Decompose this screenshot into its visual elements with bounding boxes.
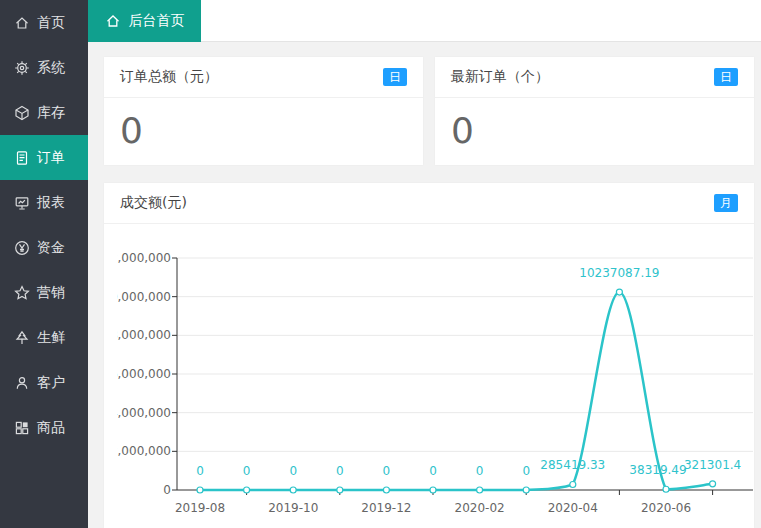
svg-text:0: 0 [196,464,204,478]
report-icon [13,194,30,211]
sidebar-item-label: 订单 [37,149,65,167]
order-total-title: 订单总额（元） [120,68,218,86]
svg-text:0: 0 [336,464,344,478]
sidebar-item-label: 客户 [37,374,65,392]
svg-text:285419.33: 285419.33 [540,458,605,472]
svg-text:2019-12: 2019-12 [361,501,411,515]
sidebar-item-customers[interactable]: 客户 [0,360,88,405]
tree-icon [13,329,30,346]
home-icon [13,14,30,31]
svg-text:8,000,000: 8,000,000 [117,328,171,342]
svg-text:4,000,000: 4,000,000 [117,406,171,420]
sidebar-item-funds[interactable]: 资金 [0,225,88,270]
sidebar-item-fresh[interactable]: 生鲜 [0,315,88,360]
tab-bar: 后台首页 [88,0,761,42]
sidebar-item-marketing[interactable]: 营销 [0,270,88,315]
tab-backend-home[interactable]: 后台首页 [88,0,201,42]
transactions-title: 成交额(元) [120,194,187,212]
sidebar-item-label: 生鲜 [37,329,65,347]
yen-icon [13,239,30,256]
svg-text:2,000,000: 2,000,000 [117,444,171,458]
latest-orders-card: 最新订单（个） 日 0 [435,57,754,165]
sidebar-item-label: 营销 [37,284,65,302]
svg-text:2020-04: 2020-04 [548,501,598,515]
sidebar-item-label: 系统 [37,59,65,77]
sidebar-item-label: 商品 [37,419,65,437]
svg-text:10237087.19: 10237087.19 [579,266,659,280]
svg-text:0: 0 [289,464,297,478]
svg-text:0: 0 [243,464,251,478]
sidebar-item-label: 报表 [37,194,65,212]
tab-label: 后台首页 [129,12,185,30]
gear-icon [13,59,30,76]
latest-orders-title: 最新订单（个） [451,68,549,86]
transactions-card: 成交额(元) 月 02,000,0004,000,0006,000,0008,0… [104,183,754,528]
sidebar-item-label: 资金 [37,239,65,257]
svg-text:2020-02: 2020-02 [455,501,505,515]
main-content: 订单总额（元） 日 0 最新订单（个） 日 0 成交额(元) 月 02,000,… [88,42,761,528]
month-badge[interactable]: 月 [714,194,738,212]
svg-text:6,000,000: 6,000,000 [117,367,171,381]
customer-icon [13,374,30,391]
sidebar-item-system[interactable]: 系统 [0,45,88,90]
svg-text:12,000,000: 12,000,000 [117,251,171,265]
order-total-value: 0 [104,98,423,151]
latest-orders-value: 0 [435,98,754,151]
svg-text:2019-08: 2019-08 [175,501,225,515]
sidebar-item-home[interactable]: 首页 [0,0,88,45]
svg-text:2019-10: 2019-10 [268,501,318,515]
svg-text:0: 0 [429,464,437,478]
file-icon [13,149,30,166]
grid-icon [13,419,30,436]
transactions-chart[interactable]: 02,000,0004,000,0006,000,0008,000,00010,… [117,223,754,528]
svg-text:10,000,000: 10,000,000 [117,290,171,304]
sidebar-item-label: 库存 [37,104,65,122]
svg-text:0: 0 [163,483,171,497]
star-icon [13,284,30,301]
sidebar-item-goods[interactable]: 商品 [0,405,88,450]
box-icon [13,104,30,121]
svg-text:0: 0 [522,464,530,478]
svg-text:38319.49: 38319.49 [629,463,686,477]
day-badge[interactable]: 日 [714,68,738,86]
svg-text:0: 0 [476,464,484,478]
svg-text:0: 0 [383,464,391,478]
sidebar-item-reports[interactable]: 报表 [0,180,88,225]
sidebar-item-label: 首页 [37,14,65,32]
svg-text:321301.4: 321301.4 [684,458,741,472]
sidebar: 首页系统库存订单报表资金营销生鲜客户商品 [0,0,88,528]
order-total-card: 订单总额（元） 日 0 [104,57,423,165]
day-badge[interactable]: 日 [383,68,407,86]
sidebar-item-inventory[interactable]: 库存 [0,90,88,135]
svg-text:2020-06: 2020-06 [641,501,691,515]
sidebar-item-orders[interactable]: 订单 [0,135,88,180]
home-icon [105,13,121,29]
